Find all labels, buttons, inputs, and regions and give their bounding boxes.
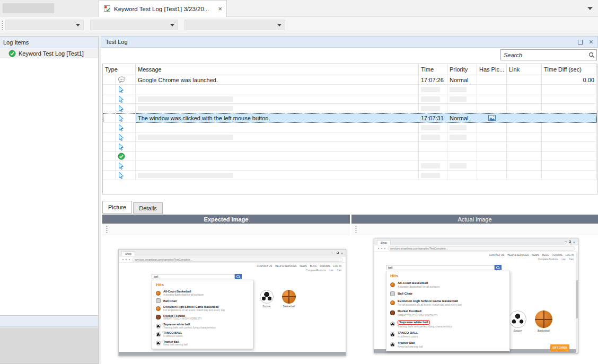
suggestion-name: Ball Chair: [398, 292, 412, 296]
suggestion-name: TANGO BALL: [163, 331, 183, 335]
log-row[interactable]: [103, 142, 597, 152]
toolbar-grip[interactable]: [106, 225, 108, 234]
column-message[interactable]: Message: [136, 64, 419, 75]
shop-nav-link: BLOG: [310, 265, 317, 268]
row-link: [507, 94, 542, 104]
browser-url: services.smartbear.com/samples/TestCompl…: [390, 247, 448, 250]
shop-nav-link: HELP & SERVICES: [275, 265, 296, 268]
soccer-ball-image: [260, 290, 274, 304]
toolbar-dropdown-3[interactable]: [184, 20, 285, 30]
log-row[interactable]: [103, 85, 597, 94]
football-icon: [156, 315, 161, 319]
suggestion-item: Supreme white ballTraining balls with pe…: [152, 322, 253, 330]
expected-screenshot: Shop services.smartbear.com/samples/Test…: [118, 249, 346, 356]
log-row[interactable]: [103, 161, 597, 171]
row-message: [136, 85, 419, 94]
row-priority: [447, 152, 477, 161]
row-link: [507, 152, 542, 161]
picture-compare: Expected Image Shop services.smartbear.c…: [102, 215, 598, 364]
toolbar-dropdown-1[interactable]: [5, 20, 84, 30]
active-document-tab[interactable]: Keyword Test Log [Test1] 3/23/20... ×: [99, 0, 227, 17]
log-row[interactable]: [103, 132, 597, 142]
column-has-picture[interactable]: Has Pic...: [477, 64, 507, 75]
suggestion-desc: Training balls with perfect flying chara…: [398, 325, 452, 328]
suggestion-desc: For all positions on all levels: match d…: [163, 309, 225, 312]
row-has-picture: [477, 152, 507, 161]
row-time: [419, 94, 447, 104]
row-priority: Normal: [447, 75, 477, 85]
suggestion-item: Evolution High School Game BasketballFor…: [152, 304, 253, 313]
suggestion-item: Ball Chair: [386, 290, 509, 298]
shop-search-button-icon: [235, 274, 242, 279]
browser-nav-buttons-icon: [377, 247, 385, 250]
expected-image-panel: Expected Image Shop services.smartbear.c…: [102, 215, 350, 364]
log-row[interactable]: [103, 104, 597, 113]
suggestion-name: Trainer Ball: [163, 340, 188, 344]
suggestion-item: Rocket FootballGREAT TOUCH HIGH VISIBILI…: [152, 313, 253, 322]
column-type[interactable]: Type: [103, 64, 136, 75]
column-priority[interactable]: Priority: [447, 64, 477, 75]
row-message: Google Chrome was launched.: [136, 75, 419, 85]
suggestion-name: Trainer Ball: [398, 341, 423, 345]
log-row[interactable]: [103, 152, 597, 161]
football-icon: [390, 310, 395, 315]
suggestion-name: Supreme white ball: [398, 320, 430, 325]
row-message: [136, 132, 419, 142]
toolbar-grip[interactable]: [355, 225, 357, 234]
expected-image-toolbar: [102, 224, 350, 235]
shop-page: CONTACT USHELP & SERVICESNEWSBLOGFORUMSL…: [119, 263, 346, 356]
soccer-icon: [156, 332, 161, 337]
row-time-diff: [542, 161, 597, 171]
column-time-diff[interactable]: Time Diff (sec): [542, 64, 597, 75]
row-has-picture: [477, 123, 507, 132]
search-icon[interactable]: [587, 52, 596, 58]
suggestion-item: TANGO BALLIn different colors: [386, 330, 509, 340]
row-has-picture: [477, 85, 507, 94]
row-message: [136, 161, 419, 171]
log-row[interactable]: [103, 94, 597, 104]
row-time: 17:07:31: [419, 113, 447, 123]
log-row[interactable]: [103, 123, 597, 132]
tab-details[interactable]: Details: [133, 202, 163, 214]
row-has-picture: [477, 132, 507, 142]
log-table-header: Type Message Time Priority Has Pic... Li…: [103, 64, 597, 75]
suggestion-desc: In different colors: [398, 335, 418, 338]
row-message: [136, 142, 419, 152]
float-window-icon[interactable]: [578, 40, 583, 45]
row-time-diff: [542, 104, 597, 113]
basketball-image: [535, 310, 552, 328]
tree-item-keyword-test-log[interactable]: Keyword Test Log [Test1]: [0, 48, 98, 58]
browser-nav-buttons-icon: [121, 259, 130, 261]
toolbar-dropdown-2[interactable]: [90, 20, 178, 30]
row-time-diff: 0.00: [542, 75, 597, 85]
row-link: [507, 123, 542, 132]
log-items-title: Log Items: [3, 39, 29, 46]
toolbar-grip[interactable]: [2, 20, 3, 30]
column-time[interactable]: Time: [419, 64, 447, 75]
chevron-down-icon[interactable]: [587, 7, 593, 10]
basketball-image: [282, 290, 296, 304]
inactive-tab-placeholder[interactable]: [3, 3, 54, 13]
log-row[interactable]: [103, 171, 597, 180]
expected-image-content: Shop services.smartbear.com/samples/Test…: [102, 235, 350, 364]
row-has-picture: [477, 161, 507, 171]
row-priority: [447, 104, 477, 113]
suggestion-desc: A durable Basketball for all surfaces: [163, 294, 204, 297]
test-log-title: Test Log: [105, 39, 128, 45]
column-link[interactable]: Link: [507, 64, 542, 75]
suggestion-desc: Training balls with perfect flying chara…: [163, 326, 216, 330]
suggestion-item: Ball Chair: [152, 297, 253, 304]
close-panel-icon[interactable]: ×: [589, 38, 593, 46]
shop-header-action: List: [329, 269, 333, 272]
tab-picture[interactable]: Picture: [102, 201, 132, 214]
search-input[interactable]: [501, 52, 587, 58]
suggestion-desc: For all positions on all levels: match d…: [398, 303, 462, 306]
row-link: [507, 132, 542, 142]
row-priority: [447, 85, 477, 94]
basketball-icon: [156, 306, 161, 311]
tab-close-icon[interactable]: ×: [218, 5, 222, 12]
shop-nav-link: HELP & SERVICES: [507, 254, 529, 256]
row-type-icon: [103, 123, 136, 132]
log-row[interactable]: The window was clicked with the left mou…: [103, 113, 597, 123]
log-row[interactable]: Google Chrome was launched.17:07:26Norma…: [103, 75, 597, 85]
